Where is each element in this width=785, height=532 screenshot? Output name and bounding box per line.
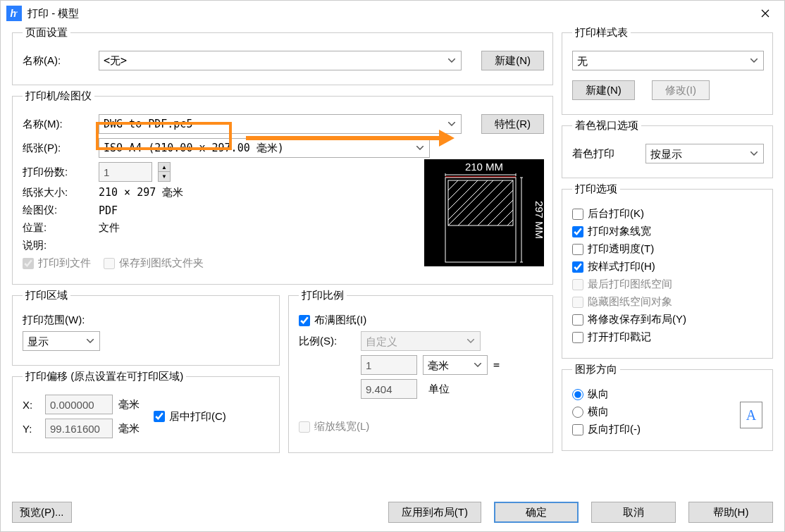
printer-legend: 打印机/绘图仪 <box>23 89 94 103</box>
close-button[interactable] <box>749 2 781 25</box>
svg-line-16 <box>507 220 513 225</box>
copies-label: 打印份数: <box>23 166 93 179</box>
print-area-legend: 打印区域 <box>23 289 70 302</box>
print-range-label: 打印范围(W): <box>23 314 85 327</box>
spinner-down-icon[interactable]: ▼ <box>159 172 170 181</box>
offset-y-unit: 毫米 <box>118 422 140 435</box>
scale-ratio-select: 自定义 <box>361 331 481 351</box>
print-offset-legend: 打印偏移 (原点设置在可打印区域) <box>23 370 186 383</box>
highlight-arrow-head-icon <box>439 130 455 147</box>
shade-label: 着色打印 <box>572 147 640 161</box>
opt-stamp-checkbox[interactable]: 打开打印戳记 <box>572 330 651 344</box>
opt-bystyle-checkbox[interactable]: 按样式打印(H) <box>572 260 655 273</box>
spinner-up-icon[interactable]: ▲ <box>159 163 170 172</box>
copies-input[interactable] <box>99 162 152 182</box>
print-range-select[interactable]: 显示 <box>23 331 100 351</box>
print-scale-group: 打印比例 布满图纸(I) 比例(S): 自定义 毫米 <box>288 289 553 453</box>
svg-line-13 <box>478 190 513 225</box>
scale-ratio-label: 比例(S): <box>299 335 355 348</box>
scale-equals: = <box>493 359 500 371</box>
style-modify-button: 修改(I) <box>652 80 710 100</box>
plotter-value: PDF <box>99 204 118 217</box>
copies-spinner[interactable]: ▲▼ <box>158 162 171 182</box>
orientation-icon: A <box>740 402 762 428</box>
shade-legend: 着色视口选项 <box>572 119 641 132</box>
svg-text:297 MM: 297 MM <box>533 201 544 239</box>
offset-x-unit: 毫米 <box>118 398 140 412</box>
paper-preview: 210 MM 297 MM <box>424 159 544 266</box>
apply-layout-button[interactable]: 应用到布局(T) <box>388 502 481 523</box>
opt-transparency-checkbox[interactable]: 打印透明度(T) <box>572 242 654 256</box>
save-to-folder-checkbox: 保存到图纸文件夹 <box>104 256 204 270</box>
offset-y-input <box>45 419 113 438</box>
print-style-legend: 打印样式表 <box>572 26 631 39</box>
paper-select[interactable]: ISO A4 (210.00 x 297.00 毫米) <box>99 138 430 158</box>
close-icon <box>761 9 769 18</box>
svg-line-9 <box>448 180 468 200</box>
orient-landscape-radio[interactable]: 横向 <box>572 405 609 419</box>
page-name-label: 名称(A): <box>23 54 93 68</box>
titlebar: h. 打印 - 模型 <box>1 1 784 26</box>
printer-properties-button[interactable]: 特性(R) <box>481 114 544 134</box>
offset-y-label: Y: <box>23 423 39 435</box>
page-name-select[interactable]: <无> <box>99 51 462 70</box>
svg-line-7 <box>448 180 488 220</box>
printer-name-select[interactable]: DWG to PDF.pc5 <box>99 114 462 134</box>
scale-bottom-input <box>361 379 417 399</box>
app-icon: h. <box>6 6 22 21</box>
ok-button[interactable]: 确定 <box>494 502 579 523</box>
offset-x-input <box>45 395 113 414</box>
svg-text:210 MM: 210 MM <box>465 161 503 173</box>
orient-reverse-checkbox[interactable]: 反向打印(-) <box>572 423 641 436</box>
opt-background-checkbox[interactable]: 后台打印(K) <box>572 207 644 221</box>
plotter-label: 绘图仪: <box>23 204 93 217</box>
scale-top-input <box>361 355 417 375</box>
orient-portrait-radio[interactable]: 纵向 <box>572 388 609 401</box>
paper-size-value: 210 × 297 毫米 <box>99 186 183 199</box>
scale-unit-select[interactable]: 毫米 <box>423 355 488 375</box>
print-to-file-checkbox: 打印到文件 <box>23 256 91 270</box>
print-style-group: 打印样式表 无 新建(N) 修改(I) <box>562 26 773 115</box>
opt-savelayout-checkbox[interactable]: 将修改保存到布局(Y) <box>572 313 686 326</box>
print-style-select[interactable]: 无 <box>572 51 764 70</box>
svg-line-10 <box>448 180 458 190</box>
page-setup-group: 页面设置 名称(A): <无> 新建(N) <box>12 26 553 85</box>
offset-x-label: X: <box>23 399 39 411</box>
window-title: 打印 - 模型 <box>27 7 749 20</box>
shade-select[interactable]: 按显示 <box>645 144 764 163</box>
opt-hidepaper-checkbox: 隐藏图纸空间对象 <box>572 295 672 309</box>
highlight-arrow-line <box>246 136 440 140</box>
style-new-button[interactable]: 新建(N) <box>572 80 635 100</box>
help-button[interactable]: 帮助(H) <box>688 502 773 523</box>
paper-preview-icon: 210 MM 297 MM <box>424 159 544 266</box>
scale-lineweight-checkbox: 缩放线宽(L) <box>299 420 369 433</box>
cancel-button[interactable]: 取消 <box>591 502 676 523</box>
opt-paperlast-checkbox: 最后打印图纸空间 <box>572 278 672 291</box>
orientation-group: 图形方向 纵向 横向 反向打印(-) A <box>562 363 773 451</box>
print-options-legend: 打印选项 <box>572 183 620 196</box>
page-new-button[interactable]: 新建(N) <box>481 51 544 70</box>
scale-bottom-label: 单位 <box>428 383 450 396</box>
svg-rect-5 <box>445 178 516 262</box>
paper-size-label: 纸张大小: <box>23 186 93 199</box>
location-label: 位置: <box>23 221 93 235</box>
print-offset-group: 打印偏移 (原点设置在可打印区域) X: 毫米 Y: 毫米 <box>12 370 280 453</box>
footer: 预览(P)... 应用到布局(T) 确定 取消 帮助(H) <box>12 502 773 523</box>
opt-lineweight-checkbox[interactable]: 打印对象线宽 <box>572 225 651 238</box>
preview-button[interactable]: 预览(P)... <box>12 502 72 523</box>
orientation-legend: 图形方向 <box>572 363 620 376</box>
print-options-group: 打印选项 后台打印(K) 打印对象线宽 打印透明度(T) 按样式打印(H) 最后… <box>562 183 773 359</box>
shade-viewport-group: 着色视口选项 着色打印 按显示 <box>562 119 773 178</box>
location-value: 文件 <box>99 221 120 235</box>
svg-line-14 <box>488 200 513 225</box>
fit-paper-checkbox[interactable]: 布满图纸(I) <box>299 314 366 327</box>
page-setup-legend: 页面设置 <box>23 26 70 39</box>
svg-line-12 <box>468 180 513 225</box>
paper-label: 纸张(P): <box>23 142 93 155</box>
svg-line-15 <box>497 210 513 225</box>
print-area-group: 打印区域 打印范围(W): 显示 <box>12 289 280 366</box>
printer-group: 打印机/绘图仪 名称(M): DWG to PDF.pc5 特性(R) 纸张(P… <box>12 89 553 285</box>
center-print-checkbox[interactable]: 居中打印(C) <box>154 410 226 423</box>
desc-label: 说明: <box>23 239 93 252</box>
print-scale-legend: 打印比例 <box>299 289 347 302</box>
